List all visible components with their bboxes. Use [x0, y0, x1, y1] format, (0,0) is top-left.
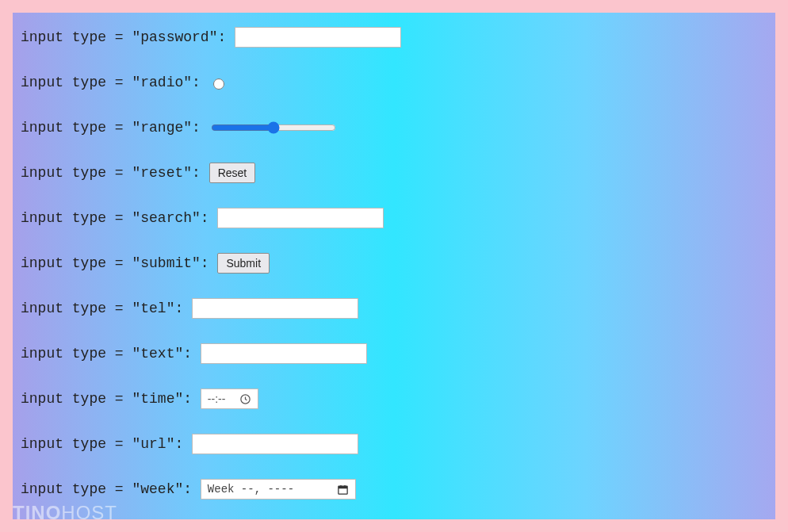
- row-url: input type = "url":: [21, 434, 767, 454]
- outer-frame: input type = "password": input type = "r…: [0, 0, 788, 532]
- label-radio: input type = "radio":: [21, 75, 209, 90]
- row-range: input type = "range":: [21, 117, 767, 138]
- svg-rect-2: [339, 486, 347, 488]
- label-tel: input type = "tel":: [21, 300, 192, 316]
- row-text: input type = "text":: [21, 343, 767, 364]
- time-placeholder: --:--: [208, 392, 226, 405]
- row-password: input type = "password":: [21, 27, 767, 48]
- submit-button[interactable]: Submit: [217, 253, 270, 274]
- week-placeholder: Week --, ----: [208, 483, 294, 496]
- label-submit: input type = "submit":: [21, 255, 217, 271]
- reset-button[interactable]: Reset: [209, 163, 256, 183]
- input-radio[interactable]: [213, 78, 224, 90]
- row-search: input type = "search":: [21, 208, 767, 228]
- input-text[interactable]: [201, 343, 367, 364]
- row-submit: input type = "submit": Submit: [21, 253, 767, 274]
- label-time: input type = "time":: [21, 391, 201, 407]
- calendar-icon: [337, 484, 349, 496]
- input-range[interactable]: [211, 121, 336, 134]
- label-search: input type = "search":: [21, 210, 217, 226]
- input-search[interactable]: [217, 208, 384, 228]
- row-week: input type = "week": Week --, ----: [21, 479, 767, 499]
- row-time: input type = "time": --:--: [21, 388, 767, 409]
- label-week: input type = "week":: [21, 481, 201, 497]
- input-tel[interactable]: [192, 298, 358, 319]
- row-reset: input type = "reset": Reset: [21, 163, 767, 183]
- input-password[interactable]: [235, 27, 401, 48]
- input-url[interactable]: [192, 434, 358, 454]
- clock-icon: [239, 393, 251, 405]
- input-week[interactable]: Week --, ----: [201, 479, 356, 499]
- label-password: input type = "password":: [21, 29, 235, 45]
- row-radio: input type = "radio":: [21, 72, 767, 93]
- input-time[interactable]: --:--: [201, 388, 259, 409]
- label-url: input type = "url":: [21, 436, 192, 452]
- label-reset: input type = "reset":: [21, 165, 209, 181]
- label-text: input type = "text":: [21, 346, 201, 362]
- inner-panel: input type = "password": input type = "r…: [13, 13, 775, 519]
- row-tel: input type = "tel":: [21, 298, 767, 319]
- label-range: input type = "range":: [21, 120, 209, 136]
